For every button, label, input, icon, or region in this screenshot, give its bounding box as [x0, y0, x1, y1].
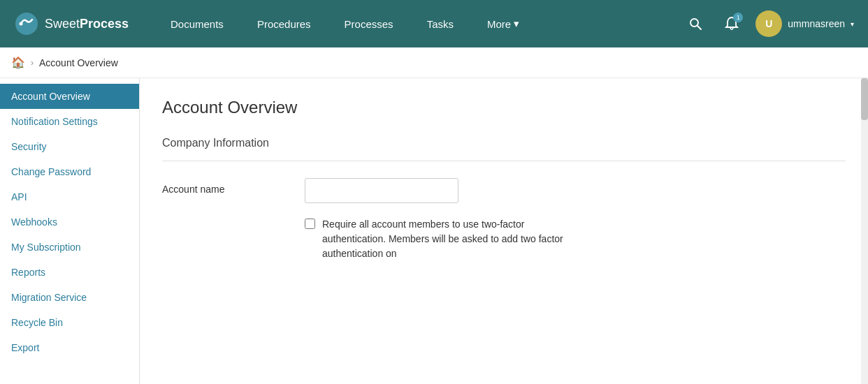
two-factor-checkbox[interactable] — [305, 219, 315, 229]
sidebar: Account Overview Notification Settings S… — [0, 78, 140, 384]
section-divider — [162, 161, 846, 161]
search-icon — [688, 17, 702, 31]
chevron-down-icon: ▾ — [514, 17, 519, 30]
svg-point-0 — [15, 13, 38, 35]
two-factor-checkbox-area: Require all account members to use two-f… — [305, 217, 588, 261]
home-breadcrumb[interactable]: 🏠 — [11, 56, 25, 69]
sidebar-item-change-password[interactable]: Change Password — [0, 159, 139, 184]
svg-point-1 — [20, 22, 23, 26]
notification-badge: 1 — [733, 13, 743, 22]
sidebar-item-account-overview[interactable]: Account Overview — [0, 84, 139, 109]
logo[interactable]: SweetProcess — [14, 11, 154, 36]
sidebar-item-api[interactable]: API — [0, 184, 139, 209]
breadcrumb-current: Account Overview — [39, 57, 118, 68]
sidebar-item-migration-service[interactable]: Migration Service — [0, 285, 139, 310]
account-name-row: Account name — [162, 178, 846, 203]
account-name-label: Account name — [162, 178, 288, 195]
page-title: Account Overview — [162, 98, 846, 117]
nav-links: Documents Procedures Processes Tasks Mor… — [154, 0, 683, 47]
user-menu-chevron-icon: ▾ — [851, 20, 854, 28]
section-title-company-info: Company Information — [162, 137, 846, 149]
page-layout: Account Overview Notification Settings S… — [0, 78, 868, 384]
sidebar-item-webhooks[interactable]: Webhooks — [0, 209, 139, 235]
nav-tasks[interactable]: Tasks — [410, 0, 470, 47]
two-factor-row: Require all account members to use two-f… — [162, 217, 846, 261]
logo-text: SweetProcess — [45, 17, 129, 31]
nav-more[interactable]: More ▾ — [470, 0, 536, 47]
nav-right-area: 1 U ummnasreen ▾ — [683, 10, 854, 37]
user-name-label: ummnasreen — [788, 18, 845, 29]
sidebar-item-recycle-bin[interactable]: Recycle Bin — [0, 310, 139, 335]
sidebar-item-notification-settings[interactable]: Notification Settings — [0, 109, 139, 134]
scrollbar-track[interactable] — [861, 78, 868, 384]
nav-procedures[interactable]: Procedures — [240, 0, 328, 47]
user-menu[interactable]: U ummnasreen ▾ — [755, 10, 854, 37]
sidebar-item-security[interactable]: Security — [0, 134, 139, 159]
breadcrumb: 🏠 › Account Overview — [0, 47, 868, 78]
sidebar-item-reports[interactable]: Reports — [0, 260, 139, 285]
two-factor-label-space — [162, 217, 288, 223]
top-navigation: SweetProcess Documents Procedures Proces… — [0, 0, 868, 47]
main-content: Account Overview Company Information Acc… — [140, 78, 868, 384]
sidebar-item-my-subscription[interactable]: My Subscription — [0, 235, 139, 260]
avatar: U — [755, 10, 782, 37]
svg-line-3 — [697, 26, 701, 29]
notification-button[interactable]: 1 — [719, 11, 744, 36]
logo-icon — [14, 11, 39, 36]
breadcrumb-separator: › — [31, 58, 34, 68]
nav-processes[interactable]: Processes — [328, 0, 410, 47]
account-name-input[interactable] — [305, 178, 458, 203]
sidebar-item-export[interactable]: Export — [0, 335, 139, 360]
search-button[interactable] — [683, 11, 708, 36]
two-factor-description: Require all account members to use two-f… — [322, 217, 588, 261]
scrollbar-thumb[interactable] — [861, 78, 868, 120]
nav-documents[interactable]: Documents — [154, 0, 240, 47]
